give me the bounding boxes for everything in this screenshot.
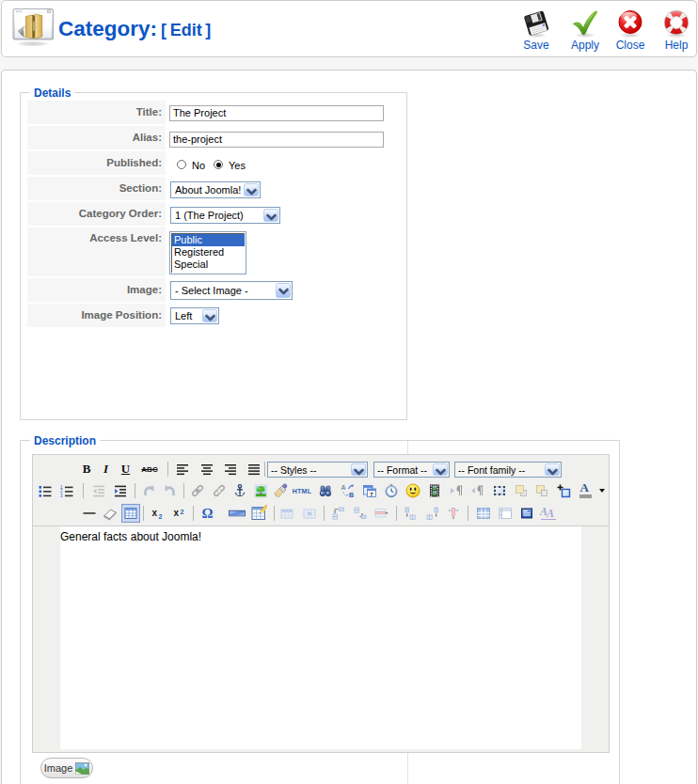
svg-text:x: x bbox=[151, 508, 157, 518]
svg-text:x: x bbox=[173, 508, 179, 518]
svg-text:A: A bbox=[341, 484, 346, 491]
svg-text:B: B bbox=[349, 492, 354, 498]
svg-text:2: 2 bbox=[158, 513, 162, 520]
svg-text:2: 2 bbox=[180, 509, 183, 515]
svg-text:3: 3 bbox=[60, 494, 63, 498]
